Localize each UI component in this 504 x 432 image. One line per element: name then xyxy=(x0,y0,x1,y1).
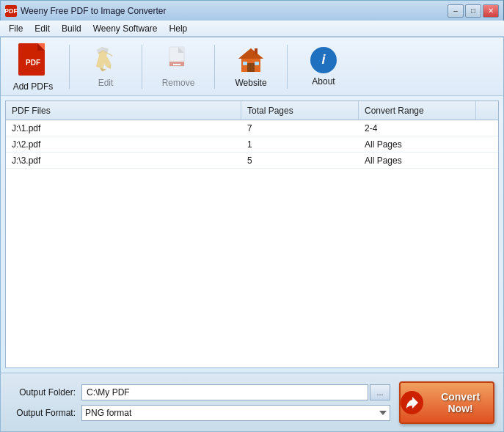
minimize-button[interactable]: – xyxy=(448,4,464,18)
svg-marker-18 xyxy=(238,48,263,59)
about-label: About xyxy=(312,76,335,87)
bottom-fields: Output Folder: ... Output Format: PNG fo… xyxy=(10,384,390,421)
about-icon: i xyxy=(310,47,337,73)
row-1-range: All Pages xyxy=(359,136,476,152)
menu-edit[interactable]: Edit xyxy=(29,22,56,35)
toolbar-sep-3 xyxy=(214,45,215,89)
row-1-file: J:\2.pdf xyxy=(6,136,241,152)
toolbar-sep-1 xyxy=(69,45,70,89)
header-extra xyxy=(476,101,498,120)
window-controls: – □ ✕ xyxy=(448,4,499,18)
output-folder-input-wrap: ... xyxy=(81,384,390,400)
output-folder-row: Output Folder: ... xyxy=(10,384,390,400)
add-pdfs-button[interactable]: PDF Add PDFs xyxy=(8,42,58,92)
row-0-file: J:\1.pdf xyxy=(6,120,241,136)
header-convert-range: Convert Range xyxy=(359,101,476,120)
svg-rect-21 xyxy=(255,62,259,65)
output-format-label: Output Format: xyxy=(10,408,76,418)
row-2-file: J:\3.pdf xyxy=(6,153,241,168)
remove-button[interactable]: Remove xyxy=(153,42,203,92)
about-button[interactable]: i About xyxy=(299,42,348,92)
remove-icon xyxy=(165,45,191,75)
add-pdfs-label: Add PDFs xyxy=(13,81,54,92)
output-folder-input[interactable] xyxy=(81,384,368,400)
window-title: Weeny Free PDF to Image Converter xyxy=(21,6,448,16)
toolbar-sep-2 xyxy=(142,45,142,89)
row-2-extra xyxy=(476,153,498,168)
file-list-header: PDF Files Total Pages Convert Range xyxy=(6,101,498,120)
website-button[interactable]: Website xyxy=(226,42,276,92)
row-0-extra xyxy=(476,120,498,136)
browse-button[interactable]: ... xyxy=(370,384,390,400)
add-pdfs-icon: PDF xyxy=(17,42,49,78)
menu-help[interactable]: Help xyxy=(164,22,194,35)
menu-bar: File Edit Build Weeny Software Help xyxy=(0,21,504,37)
row-2-pages: 5 xyxy=(241,153,359,168)
svg-rect-19 xyxy=(247,63,255,72)
menu-file[interactable]: File xyxy=(3,22,29,35)
edit-icon xyxy=(92,45,119,75)
bottom-panel: Output Folder: ... Output Format: PNG fo… xyxy=(1,373,503,431)
output-format-select[interactable]: PNG format JPG format BMP format GIF for… xyxy=(81,405,390,421)
menu-build[interactable]: Build xyxy=(56,22,87,35)
row-2-range: All Pages xyxy=(359,153,476,168)
edit-button[interactable]: Edit xyxy=(81,42,131,92)
edit-label: Edit xyxy=(98,78,114,88)
row-1-extra xyxy=(476,136,498,152)
maximize-button[interactable]: □ xyxy=(465,4,481,18)
app-icon: PDF xyxy=(5,5,17,17)
toolbar-sep-4 xyxy=(287,45,288,89)
website-label: Website xyxy=(235,78,266,88)
website-icon xyxy=(235,45,266,75)
header-pdf-files: PDF Files xyxy=(6,101,241,120)
menu-weeny-software[interactable]: Weeny Software xyxy=(87,22,164,35)
main-container: PDF Add PDFs Edit xyxy=(0,37,504,432)
output-format-row: Output Format: PNG format JPG format BMP… xyxy=(10,405,390,421)
output-folder-label: Output Folder: xyxy=(10,387,76,398)
row-0-pages: 7 xyxy=(241,120,359,136)
svg-rect-22 xyxy=(255,48,258,54)
table-row[interactable]: J:\2.pdf 1 All Pages xyxy=(6,136,498,153)
header-total-pages: Total Pages xyxy=(241,101,359,120)
file-list-container: PDF Files Total Pages Convert Range J:\1… xyxy=(5,100,499,368)
convert-btn-text: Convert Now! xyxy=(428,391,493,414)
svg-text:PDF: PDF xyxy=(26,59,40,67)
table-row[interactable]: J:\1.pdf 7 2-4 xyxy=(6,120,498,136)
close-button[interactable]: ✕ xyxy=(483,4,499,18)
convert-btn-icon xyxy=(401,391,423,414)
table-row[interactable]: J:\3.pdf 5 All Pages xyxy=(6,153,498,169)
row-0-range: 2-4 xyxy=(359,120,476,136)
convert-now-button[interactable]: Convert Now! xyxy=(399,381,494,424)
remove-label: Remove xyxy=(162,78,195,88)
toolbar: PDF Add PDFs Edit xyxy=(1,37,503,96)
row-1-pages: 1 xyxy=(241,136,359,152)
title-bar: PDF Weeny Free PDF to Image Converter – … xyxy=(0,0,504,21)
svg-rect-20 xyxy=(243,62,247,65)
